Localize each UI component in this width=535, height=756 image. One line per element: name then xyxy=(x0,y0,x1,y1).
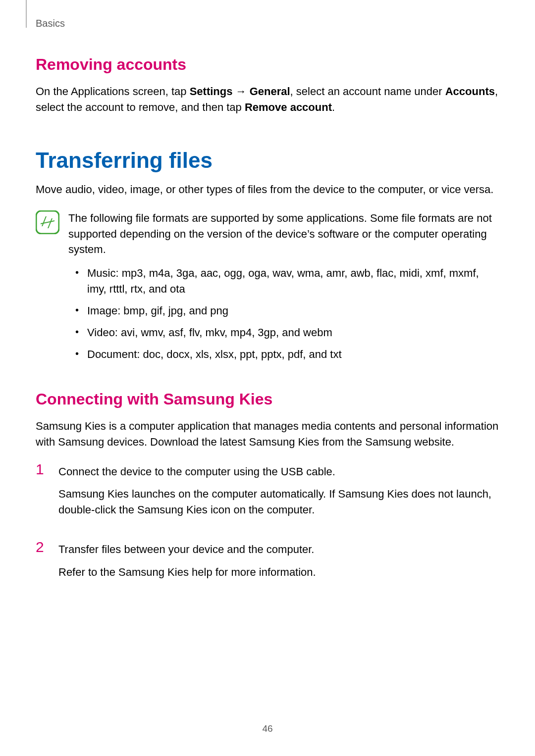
step-body: Transfer files between your device and t… xyxy=(58,542,499,587)
text-bold-settings: Settings xyxy=(190,85,233,98)
step-item: 2 Transfer files between your device and… xyxy=(36,542,499,587)
content: Removing accounts On the Applications sc… xyxy=(0,0,535,587)
transferring-intro: Move audio, video, image, or other types… xyxy=(36,182,499,198)
heading-removing-accounts: Removing accounts xyxy=(36,55,499,74)
list-item: Document: doc, docx, xls, xlsx, ppt, ppt… xyxy=(73,347,499,362)
note-text: The following file formats are supported… xyxy=(68,210,499,258)
step-body: Connect the device to the computer using… xyxy=(58,464,499,525)
step-item: 1 Connect the device to the computer usi… xyxy=(36,464,499,525)
heading-connecting-kies: Connecting with Samsung Kies xyxy=(36,390,499,408)
text-segment: . xyxy=(332,101,335,113)
step-text: Samsung Kies launches on the computer au… xyxy=(58,486,499,518)
step-text: Connect the device to the computer using… xyxy=(58,464,499,480)
arrow-icon: → xyxy=(232,85,249,98)
note-icon xyxy=(36,210,59,234)
header-rule xyxy=(26,0,27,28)
text-segment: , select an account name under xyxy=(290,85,445,98)
text-bold-remove-account: Remove account xyxy=(245,101,332,113)
list-item: Image: bmp, gif, jpg, and png xyxy=(73,303,499,319)
text-segment: On the Applications screen, tap xyxy=(36,85,190,98)
list-item: Music: mp3, m4a, 3ga, aac, ogg, oga, wav… xyxy=(73,265,499,297)
step-list: 1 Connect the device to the computer usi… xyxy=(36,464,499,587)
heading-transferring-files: Transferring files xyxy=(36,148,499,173)
step-number: 1 xyxy=(36,462,48,525)
page-number: 46 xyxy=(0,723,535,734)
note-block: The following file formats are supported… xyxy=(36,210,499,258)
list-item: Video: avi, wmv, asf, flv, mkv, mp4, 3gp… xyxy=(73,325,499,341)
text-bold-general: General xyxy=(250,85,290,98)
removing-accounts-paragraph: On the Applications screen, tap Settings… xyxy=(36,84,499,115)
step-text: Transfer files between your device and t… xyxy=(58,542,499,557)
text-bold-accounts: Accounts xyxy=(445,85,495,98)
breadcrumb: Basics xyxy=(36,18,65,29)
kies-intro: Samsung Kies is a computer application t… xyxy=(36,418,499,450)
format-list: Music: mp3, m4a, 3ga, aac, ogg, oga, wav… xyxy=(73,265,499,362)
step-number: 2 xyxy=(36,540,48,587)
step-text: Refer to the Samsung Kies help for more … xyxy=(58,564,499,580)
page: Basics Removing accounts On the Applicat… xyxy=(0,0,535,756)
